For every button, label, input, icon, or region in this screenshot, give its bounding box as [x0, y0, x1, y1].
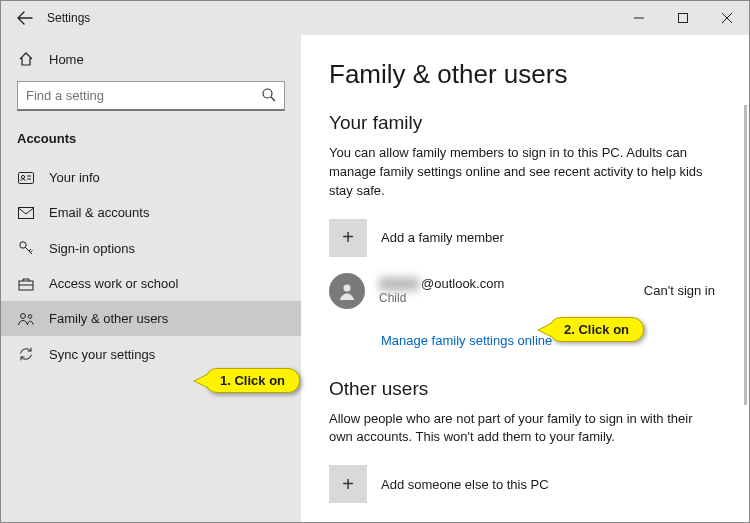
close-button[interactable] — [705, 2, 749, 34]
svg-point-12 — [21, 313, 26, 318]
scrollbar[interactable] — [744, 105, 747, 405]
svg-point-2 — [263, 89, 272, 98]
mail-icon — [17, 207, 35, 219]
sidebar-item-family-other-users[interactable]: Family & other users — [1, 301, 301, 336]
back-button[interactable] — [9, 2, 41, 34]
svg-point-13 — [28, 314, 32, 318]
briefcase-icon — [17, 277, 35, 291]
callout-2: 2. Click on — [549, 317, 644, 342]
arrow-left-icon — [17, 10, 33, 26]
add-family-member-button[interactable]: + Add a family member — [329, 219, 721, 257]
svg-rect-8 — [19, 207, 34, 218]
family-heading: Your family — [329, 112, 721, 134]
add-other-label: Add someone else to this PC — [381, 477, 549, 492]
sidebar-item-label: Sync your settings — [49, 347, 155, 362]
sidebar-section-header: Accounts — [1, 125, 301, 160]
svg-rect-4 — [19, 172, 34, 183]
sidebar-home[interactable]: Home — [1, 43, 301, 75]
other-users-description: Allow people who are not part of your fa… — [329, 410, 709, 448]
member-email: @outlook.com — [379, 276, 504, 291]
sidebar: Home TenForums.com Accounts Your info Em… — [1, 35, 301, 522]
minimize-icon — [634, 13, 644, 23]
sidebar-item-access-work-school[interactable]: Access work or school — [1, 266, 301, 301]
member-status: Can't sign in — [644, 283, 721, 298]
member-info: @outlook.com Child — [379, 276, 504, 305]
plus-icon: + — [329, 465, 367, 503]
window-controls — [617, 2, 749, 34]
other-users-heading: Other users — [329, 378, 721, 400]
people-icon — [17, 312, 35, 326]
maximize-icon — [678, 13, 688, 23]
svg-rect-1 — [679, 14, 688, 23]
minimize-button[interactable] — [617, 2, 661, 34]
sidebar-item-email-accounts[interactable]: Email & accounts — [1, 195, 301, 230]
callout-1: 1. Click on — [205, 368, 300, 393]
sidebar-item-sync-settings[interactable]: Sync your settings — [1, 336, 301, 372]
callout-text: 2. Click on — [564, 322, 629, 337]
search-icon — [261, 87, 277, 103]
main-content: Family & other users Your family You can… — [301, 35, 749, 522]
id-card-icon — [17, 171, 35, 185]
sync-icon — [17, 346, 35, 362]
avatar — [329, 273, 365, 309]
manage-family-link[interactable]: Manage family settings online — [381, 333, 552, 348]
plus-icon: + — [329, 219, 367, 257]
home-icon — [17, 51, 35, 67]
svg-point-5 — [21, 175, 24, 178]
sidebar-item-label: Your info — [49, 170, 100, 185]
svg-point-9 — [20, 242, 26, 248]
search-input[interactable] — [17, 81, 285, 111]
email-redacted — [379, 277, 419, 291]
sidebar-item-label: Access work or school — [49, 276, 178, 291]
maximize-button[interactable] — [661, 2, 705, 34]
svg-line-3 — [271, 97, 275, 101]
svg-point-14 — [344, 284, 351, 291]
key-icon — [17, 240, 35, 256]
family-member-row[interactable]: @outlook.com Child Can't sign in — [329, 273, 721, 309]
email-domain: @outlook.com — [421, 276, 504, 291]
family-description: You can allow family members to sign in … — [329, 144, 709, 201]
window-title: Settings — [47, 11, 90, 25]
add-other-user-button[interactable]: + Add someone else to this PC — [329, 465, 721, 503]
member-role: Child — [379, 291, 504, 305]
page-title: Family & other users — [329, 59, 721, 90]
sidebar-item-label: Family & other users — [49, 311, 168, 326]
sidebar-item-label: Sign-in options — [49, 241, 135, 256]
person-icon — [337, 281, 357, 301]
sidebar-item-label: Email & accounts — [49, 205, 149, 220]
add-family-label: Add a family member — [381, 230, 504, 245]
search-wrap — [17, 81, 285, 111]
callout-text: 1. Click on — [220, 373, 285, 388]
sidebar-home-label: Home — [49, 52, 84, 67]
sidebar-item-signin-options[interactable]: Sign-in options — [1, 230, 301, 266]
sidebar-item-your-info[interactable]: Your info — [1, 160, 301, 195]
title-bar: Settings — [1, 1, 749, 35]
close-icon — [722, 13, 732, 23]
